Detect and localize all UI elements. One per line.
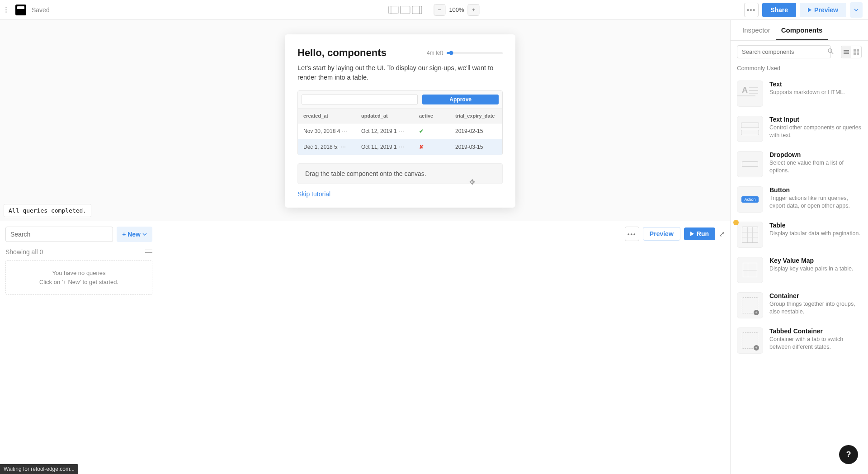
panel-left-icon[interactable]	[388, 6, 398, 14]
new-query-button[interactable]: + New	[117, 227, 152, 242]
topbar: Saved − 100% + ••• Share Preview	[0, 0, 868, 20]
component-desc: Supports markdown or HTML.	[769, 89, 862, 96]
component-table[interactable]: TableDisplay tabular data with paginatio…	[731, 217, 868, 252]
component-text[interactable]: TextSupports markdown or HTML.	[731, 76, 868, 111]
more-button[interactable]: •••	[744, 3, 759, 17]
chevron-down-icon	[854, 9, 859, 11]
tabbed-container-component-icon	[737, 327, 763, 354]
tutorial-progress: 4m left	[427, 50, 503, 56]
svg-rect-5	[854, 49, 856, 52]
cell: Oct 12, 2019 1	[361, 128, 397, 134]
bottom-panel: + New Showing all 0 You have no queries …	[0, 221, 730, 474]
component-container[interactable]: ContainerGroup things together into grou…	[731, 288, 868, 323]
editor-preview-button[interactable]: Preview	[643, 227, 680, 241]
tab-components[interactable]: Components	[776, 20, 828, 40]
cell: Dec 1, 2018 5:	[303, 144, 339, 150]
cell: Nov 30, 2018 4	[303, 128, 340, 134]
editor-more-button[interactable]: •••	[625, 227, 639, 241]
right-panel-tabs: Inspector Components	[731, 20, 868, 41]
svg-rect-4	[844, 53, 849, 54]
svg-rect-2	[844, 50, 849, 51]
svg-rect-7	[854, 52, 856, 55]
view-toggle	[841, 46, 862, 58]
component-title: Tabbed Container	[769, 327, 862, 335]
component-title: Text Input	[769, 116, 862, 123]
component-desc: Group things together into groups, also …	[769, 300, 862, 316]
example-table: Approve created_at updated_at active tri…	[297, 90, 503, 155]
text-input-component-icon	[737, 116, 763, 142]
tutorial-instruction: Drag the table component onto the canvas…	[297, 163, 503, 184]
th-updated: updated_at	[356, 109, 414, 123]
drag-grip-icon[interactable]	[5, 7, 10, 13]
browser-status: Waiting for retool-edge.com...	[0, 464, 78, 474]
commonly-used-label: Commonly Used	[731, 63, 868, 76]
right-panel: Inspector Components Commonly Used TextS…	[730, 20, 868, 474]
component-desc: Display key value pairs in a table.	[769, 265, 862, 273]
cell: Oct 11, 2019 1	[361, 144, 397, 150]
component-dropdown[interactable]: DropdownSelect one value from a list of …	[731, 147, 868, 182]
list-view-button[interactable]	[841, 46, 851, 58]
components-search-input[interactable]	[737, 45, 831, 58]
play-icon	[808, 8, 811, 12]
filter-icon[interactable]	[145, 249, 152, 255]
app-logo[interactable]	[15, 5, 26, 15]
grid-view-button[interactable]	[851, 46, 861, 58]
zoom-out-button[interactable]: −	[434, 4, 445, 16]
svg-rect-8	[857, 52, 859, 55]
expand-icon[interactable]: ⤢	[719, 230, 725, 238]
cell: 2019-03-15	[450, 139, 502, 155]
no-queries-placeholder: You have no queries Click on '+ New' to …	[5, 260, 152, 295]
status-toast: All queries completed.	[4, 204, 91, 217]
container-component-icon	[737, 292, 763, 318]
empty-line-1: You have no queries	[14, 269, 144, 278]
cell-active: ✔	[414, 123, 450, 139]
play-icon	[690, 232, 694, 236]
table-component-icon	[737, 222, 763, 248]
component-title: Text	[769, 81, 862, 88]
share-button[interactable]: Share	[762, 3, 796, 17]
component-button[interactable]: ButtonTrigger actions like run queries, …	[731, 182, 868, 217]
zoom-in-button[interactable]: +	[468, 4, 480, 16]
layout-view-icons	[388, 6, 422, 14]
component-desc: Select one value from a list of options.	[769, 159, 862, 175]
zoom-control: − 100% +	[434, 4, 479, 16]
example-row: Dec 1, 2018 5:⋯ Oct 11, 2019 1⋯ ✘ 2019-0…	[298, 139, 502, 155]
th-active: active	[414, 109, 450, 123]
progress-bar	[447, 52, 503, 54]
tutorial-title: Hello, components	[297, 47, 387, 59]
preview-button-label: Preview	[814, 6, 838, 14]
cell: 2019-02-15	[450, 123, 502, 139]
skip-tutorial-link[interactable]: Skip tutorial	[297, 190, 503, 198]
example-row: Nov 30, 2018 4⋯ Oct 12, 2019 1⋯ ✔ 2019-0…	[298, 123, 502, 139]
tutorial-time-left: 4m left	[427, 50, 443, 56]
components-list: TextSupports markdown or HTML. Text Inpu…	[731, 76, 868, 474]
component-desc: Container with a tab to switch between d…	[769, 336, 862, 351]
queries-search-input[interactable]	[5, 227, 113, 242]
example-input	[302, 95, 418, 104]
preview-button[interactable]: Preview	[800, 3, 846, 17]
component-key-value-map[interactable]: Key Value MapDisplay key value pairs in …	[731, 252, 868, 288]
showing-count: Showing all 0	[5, 248, 43, 256]
component-title: Container	[769, 292, 862, 299]
svg-rect-6	[857, 49, 859, 52]
example-approve-button: Approve	[422, 95, 499, 104]
svg-line-1	[831, 52, 833, 54]
editor-run-button[interactable]: Run	[684, 228, 715, 240]
preview-dropdown-button[interactable]	[850, 2, 863, 18]
example-table-head: created_at updated_at active trial_expir…	[298, 109, 502, 123]
svg-rect-3	[844, 52, 849, 52]
query-editor-area: ••• Preview Run ⤢	[158, 221, 730, 474]
empty-line-2: Click on '+ New' to get started.	[14, 278, 144, 287]
component-title: Button	[769, 186, 862, 194]
component-text-input[interactable]: Text InputControl other components or qu…	[731, 111, 868, 147]
new-query-label: + New	[122, 231, 141, 238]
component-tabbed-container[interactable]: Tabbed ContainerContainer with a tab to …	[731, 323, 868, 358]
panel-right-icon[interactable]	[412, 6, 422, 14]
component-title: Table	[769, 222, 862, 229]
button-component-icon	[737, 186, 763, 213]
panel-full-icon[interactable]	[400, 6, 410, 14]
chevron-down-icon	[142, 233, 147, 236]
tab-inspector[interactable]: Inspector	[737, 20, 776, 40]
help-button[interactable]: ?	[839, 445, 858, 464]
dots-icon: •••	[627, 231, 637, 237]
